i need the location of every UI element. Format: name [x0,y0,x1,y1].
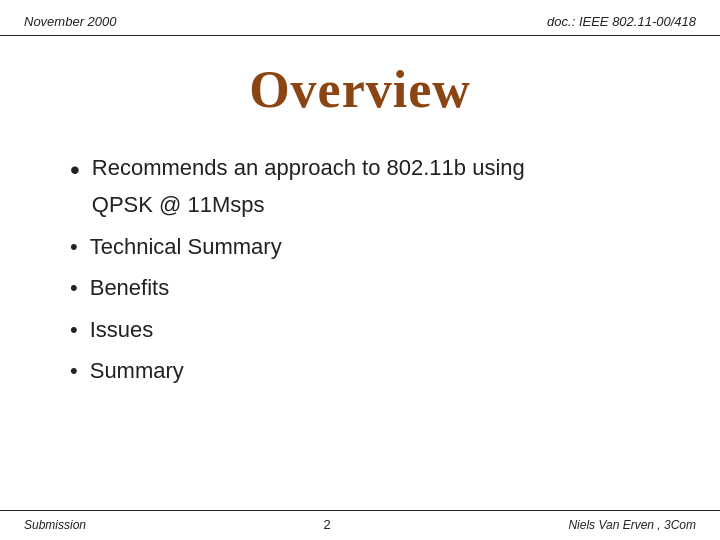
bullet-list: • Recommends an approach to 802.11b usin… [70,149,660,389]
bullet-text-1: Recommends an approach to 802.11b usingQ… [92,149,525,224]
list-item: • Recommends an approach to 802.11b usin… [70,149,660,224]
bullet-icon: • [70,352,78,389]
bullet-icon: • [70,311,78,348]
bullet-text-3: Benefits [90,269,170,306]
slide-header: November 2000 doc.: IEEE 802.11-00/418 [0,0,720,36]
slide-footer: Submission 2 Niels Van Erven , 3Com [0,510,720,540]
footer-submission: Submission [24,518,86,532]
list-item: • Technical Summary [70,228,660,265]
footer-author: Niels Van Erven , 3Com [568,518,696,532]
bullet-icon: • [70,228,78,265]
bullet-icon: • [70,269,78,306]
title-area: Overview [0,60,720,119]
bullet-text-2: Technical Summary [90,228,282,265]
list-item: • Benefits [70,269,660,306]
content-area: • Recommends an approach to 802.11b usin… [0,149,720,389]
list-item: • Issues [70,311,660,348]
slide-title: Overview [249,61,471,118]
header-doc: doc.: IEEE 802.11-00/418 [547,14,696,29]
bullet-icon: • [70,149,80,191]
footer-page-number: 2 [324,517,331,532]
bullet-text-5: Summary [90,352,184,389]
list-item: • Summary [70,352,660,389]
slide: November 2000 doc.: IEEE 802.11-00/418 O… [0,0,720,540]
header-date: November 2000 [24,14,117,29]
bullet-text-4: Issues [90,311,154,348]
